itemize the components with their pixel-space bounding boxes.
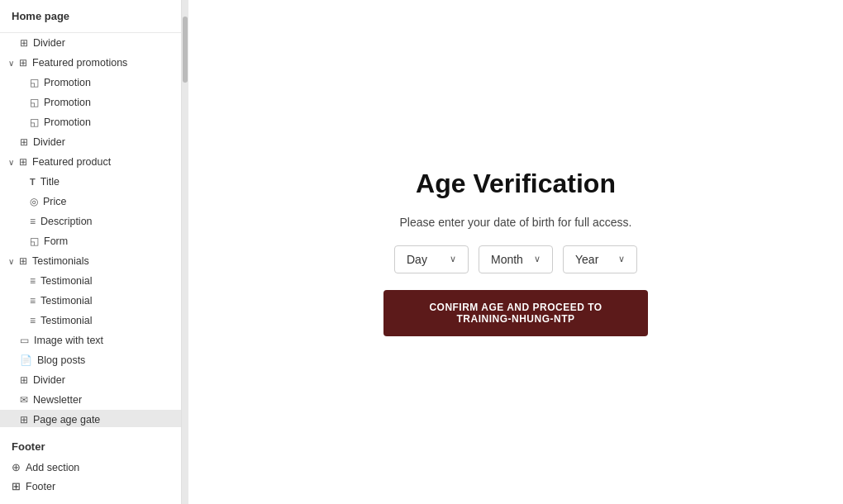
age-gate-title: Age Verification bbox=[416, 169, 616, 199]
sidebar-item-divider-2[interactable]: ⊞ Divider bbox=[0, 132, 181, 152]
sidebar-item-testimonial-1[interactable]: ≡ Testimonial bbox=[0, 271, 181, 291]
month-select-label: Month bbox=[491, 253, 523, 266]
sidebar-item-label: Divider bbox=[33, 374, 65, 386]
sidebar-item-title[interactable]: T Title bbox=[0, 172, 181, 192]
sidebar-item-label: Price bbox=[43, 196, 66, 207]
sidebar-item-form[interactable]: ◱ Form bbox=[0, 231, 181, 251]
sidebar-item-testimonial-3[interactable]: ≡ Testimonial bbox=[0, 311, 181, 330]
chevron-down-icon: ∨ bbox=[534, 254, 541, 264]
grid-icon: ⊞ bbox=[20, 37, 28, 49]
footer-add-label: Add section bbox=[26, 462, 79, 473]
chevron-down-icon: ∨ bbox=[450, 254, 456, 264]
sidebar-item-label: Testimonial bbox=[40, 275, 93, 287]
sidebar-item-label: Testimonial bbox=[40, 295, 93, 307]
confirm-age-button[interactable]: CONFIRM AGE AND PROCEED TO TRAINING-NHUN… bbox=[383, 290, 648, 336]
grid-icon: ⊞ bbox=[19, 255, 27, 267]
age-gate-selects: Day ∨ Month ∨ Year ∨ bbox=[394, 245, 637, 273]
chevron-down-icon: ∨ bbox=[618, 254, 625, 264]
agegate-icon: ⊞ bbox=[20, 414, 28, 426]
sidebar-item-label: Blog posts bbox=[37, 354, 85, 366]
sidebar-item-label: Description bbox=[40, 216, 93, 227]
text-icon: T bbox=[30, 177, 36, 187]
sidebar-item-promotion-3[interactable]: ◱ Promotion bbox=[0, 112, 181, 132]
sidebar-item-description[interactable]: ≡ Description bbox=[0, 212, 181, 231]
sidebar-item-divider-1[interactable]: ⊞ Divider bbox=[0, 33, 181, 53]
age-gate-subtitle: Please enter your date of birth for full… bbox=[400, 216, 632, 229]
sidebar-item-promotion-1[interactable]: ◱ Promotion bbox=[0, 73, 181, 93]
sidebar-item-label: Testimonials bbox=[32, 255, 89, 267]
sidebar: Home page ⊞ Divider ∨ ⊞ Featured promoti… bbox=[0, 0, 182, 504]
sidebar-item-label: Featured promotions bbox=[32, 57, 127, 69]
sidebar-item-testimonial-2[interactable]: ≡ Testimonial bbox=[0, 291, 181, 311]
footer-section-label: Footer bbox=[12, 435, 169, 458]
sidebar-scroll: ⊞ Divider ∨ ⊞ Featured promotions ◱ Prom… bbox=[0, 33, 181, 426]
desc-icon: ≡ bbox=[30, 216, 36, 227]
sidebar-item-label: Promotion bbox=[44, 77, 91, 88]
scrollbar-thumb bbox=[183, 17, 188, 83]
component-icon: ◱ bbox=[30, 116, 39, 128]
footer-item[interactable]: ⊞ Footer bbox=[12, 477, 169, 496]
year-select-label: Year bbox=[575, 253, 598, 266]
sidebar-item-label: Testimonial bbox=[40, 315, 93, 326]
age-gate-container: Age Verification Please enter your date … bbox=[350, 169, 681, 336]
sidebar-item-label: Promotion bbox=[44, 97, 91, 108]
month-select[interactable]: Month ∨ bbox=[479, 245, 553, 273]
day-select-label: Day bbox=[407, 253, 427, 266]
footer-add-section-button[interactable]: ⊕ Add section bbox=[12, 458, 169, 477]
grid-icon: ⊞ bbox=[20, 136, 28, 148]
chevron-down-icon: ∨ bbox=[8, 158, 14, 167]
desc-icon: ≡ bbox=[30, 275, 36, 287]
sidebar-item-featured-promotions[interactable]: ∨ ⊞ Featured promotions bbox=[0, 53, 181, 73]
footer-icon: ⊞ bbox=[12, 480, 21, 492]
sidebar-footer: Footer ⊕ Add section ⊞ Footer bbox=[0, 426, 181, 504]
sidebar-item-label: Divider bbox=[33, 37, 65, 49]
grid-icon: ⊞ bbox=[19, 57, 27, 69]
sidebar-item-label: Form bbox=[44, 235, 68, 247]
sidebar-item-newsletter[interactable]: ✉ Newsletter bbox=[0, 390, 181, 410]
component-icon: ◱ bbox=[30, 77, 39, 88]
sidebar-item-price[interactable]: ◎ Price bbox=[0, 192, 181, 212]
newsletter-icon: ✉ bbox=[20, 394, 28, 406]
chevron-down-icon: ∨ bbox=[8, 59, 14, 68]
sidebar-item-label: Page age gate bbox=[33, 414, 100, 426]
grid-icon: ⊞ bbox=[19, 156, 27, 168]
year-select[interactable]: Year ∨ bbox=[563, 245, 637, 273]
sidebar-item-label: Title bbox=[40, 176, 60, 188]
sidebar-item-promotion-2[interactable]: ◱ Promotion bbox=[0, 93, 181, 112]
sidebar-item-page-age-gate[interactable]: ⊞ Page age gate bbox=[0, 410, 181, 426]
component-icon: ◱ bbox=[30, 235, 39, 247]
day-select[interactable]: Day ∨ bbox=[394, 245, 469, 273]
sidebar-item-image-with-text[interactable]: ▭ Image with text bbox=[0, 330, 181, 350]
main-content: Age Verification Please enter your date … bbox=[188, 0, 843, 504]
sidebar-item-label: Newsletter bbox=[33, 394, 82, 406]
sidebar-item-label: Image with text bbox=[34, 335, 103, 346]
price-icon: ◎ bbox=[30, 196, 38, 207]
component-icon: ◱ bbox=[30, 97, 39, 108]
sidebar-item-featured-product[interactable]: ∨ ⊞ Featured product bbox=[0, 152, 181, 172]
sidebar-scrollbar[interactable] bbox=[182, 0, 188, 504]
sidebar-item-label: Divider bbox=[33, 136, 65, 148]
sidebar-item-divider-3[interactable]: ⊞ Divider bbox=[0, 370, 181, 390]
sidebar-header: Home page bbox=[0, 0, 181, 33]
desc-icon: ≡ bbox=[30, 315, 36, 326]
sidebar-item-label: Featured product bbox=[32, 156, 111, 168]
sidebar-item-testimonials[interactable]: ∨ ⊞ Testimonials bbox=[0, 251, 181, 271]
chevron-down-icon: ∨ bbox=[8, 257, 14, 266]
blog-icon: 📄 bbox=[20, 354, 32, 366]
image-icon: ▭ bbox=[20, 335, 29, 346]
grid-icon: ⊞ bbox=[20, 374, 28, 386]
sidebar-item-blog-posts[interactable]: 📄 Blog posts bbox=[0, 350, 181, 370]
plus-circle-icon: ⊕ bbox=[12, 461, 21, 473]
desc-icon: ≡ bbox=[30, 295, 36, 307]
sidebar-item-label: Promotion bbox=[44, 116, 91, 128]
footer-item-label: Footer bbox=[26, 481, 55, 492]
